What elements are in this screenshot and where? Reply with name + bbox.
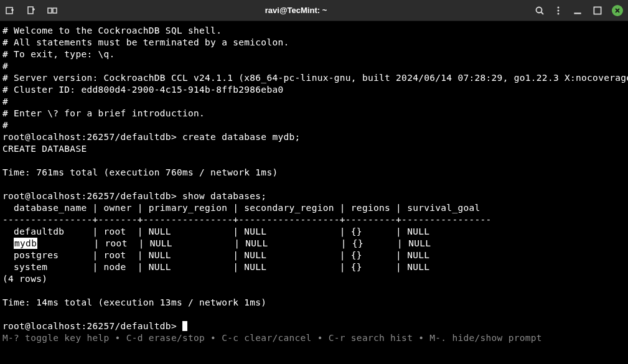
prompt: root@localhost:26257/defaultdb> [2, 132, 182, 142]
titlebar: ravi@TecMint: ~ [0, 0, 628, 21]
hash-line: # [2, 120, 8, 130]
key-hints: M-? toggle key help • C-d erase/stop • C… [2, 333, 542, 343]
svg-point-12 [558, 12, 560, 14]
close-button[interactable] [612, 5, 623, 16]
menu-icon[interactable] [553, 6, 563, 16]
welcome-line: # To exit, type: \q. [2, 49, 115, 59]
welcome-line: # Welcome to the CockroachDB SQL shell. [2, 26, 222, 35]
timing-line: Time: 14ms total (execution 13ms / netwo… [2, 297, 266, 307]
svg-point-8 [537, 7, 542, 12]
titlebar-left [5, 6, 57, 16]
table-row-suffix: | root | NULL | NULL | {} | NULL [37, 238, 431, 248]
table-row: postgres | root | NULL | NULL | {} | NUL… [2, 250, 429, 260]
svg-rect-0 [6, 7, 12, 14]
maximize-button[interactable] [592, 5, 603, 16]
minimize-button[interactable] [572, 5, 583, 16]
window-title: ravi@TecMint: ~ [57, 6, 535, 15]
highlighted-db-name: mydb [14, 238, 37, 249]
svg-line-9 [541, 12, 544, 14]
table-header: database_name | owner | primary_region |… [2, 203, 480, 213]
table-row: defaultdb | root | NULL | NULL | {} | NU… [2, 226, 429, 236]
row-count: (4 rows) [2, 274, 47, 284]
timing-line: Time: 761ms total (execution 760ms / net… [2, 167, 278, 177]
hash-line: # [2, 96, 8, 106]
svg-point-11 [558, 9, 560, 11]
result-line: CREATE DATABASE [2, 144, 87, 154]
table-row: system | node | NULL | NULL | {} | NULL [2, 262, 429, 272]
terminal-output[interactable]: # Welcome to the CockroachDB SQL shell. … [0, 21, 628, 364]
new-tab-icon[interactable] [5, 6, 15, 16]
command: create database mydb; [182, 132, 301, 142]
svg-rect-7 [53, 8, 57, 13]
svg-rect-3 [28, 7, 33, 14]
cluster-id-line: # Cluster ID: edd800d4-2900-4c15-914b-8f… [2, 85, 284, 95]
server-version-line: # Server version: CockroachDB CCL v24.1.… [2, 73, 628, 83]
svg-rect-14 [594, 7, 601, 14]
prompt: root@localhost:26257/defaultdb> [2, 321, 182, 331]
svg-point-10 [558, 6, 560, 8]
welcome-line: # All statements must be terminated by a… [2, 37, 289, 47]
table-separator: ----------------+-------+---------------… [2, 215, 492, 225]
command: show databases; [182, 191, 266, 201]
hash-line: # [2, 61, 8, 71]
cursor [182, 321, 187, 331]
help-line: # Enter \? for a brief introduction. [2, 108, 205, 118]
new-window-icon[interactable] [26, 6, 36, 16]
table-row-prefix [2, 238, 14, 248]
split-icon[interactable] [47, 6, 57, 16]
search-icon[interactable] [535, 6, 545, 16]
prompt: root@localhost:26257/defaultdb> [2, 191, 182, 201]
svg-rect-6 [48, 8, 52, 13]
titlebar-right [535, 5, 623, 16]
